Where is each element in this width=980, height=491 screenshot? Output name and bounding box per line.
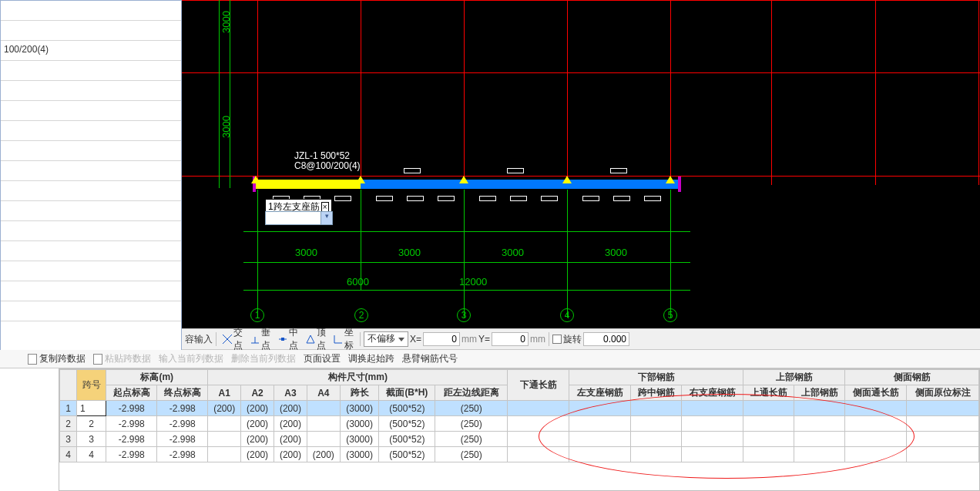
table-cell[interactable]: (200): [241, 447, 274, 462]
table-cell[interactable]: [907, 447, 979, 462]
table-cell[interactable]: -2.998: [157, 432, 208, 447]
column-group-elevation[interactable]: 标高(m): [106, 370, 208, 385]
snap-intersection[interactable]: 交点: [220, 331, 246, 348]
column-header[interactable]: 截面(B*H): [379, 385, 435, 401]
table-cell[interactable]: [907, 401, 979, 416]
column-header[interactable]: 左支座钢筋: [569, 385, 631, 401]
swap-start-span-button[interactable]: 调换起始跨: [348, 352, 394, 365]
table-cell[interactable]: -2.998: [157, 416, 208, 432]
prop-row[interactable]: [1, 321, 181, 341]
table-cell[interactable]: -2.998: [157, 447, 208, 462]
column-group-upper[interactable]: 上部钢筋: [743, 370, 845, 385]
table-cell[interactable]: [907, 416, 979, 432]
rotate-input[interactable]: [583, 332, 629, 346]
prop-row[interactable]: [1, 241, 181, 261]
table-row[interactable]: 22-2.998-2.998(200)(200)(3000)(500*52)(2…: [60, 416, 979, 432]
column-header[interactable]: A1: [208, 385, 241, 401]
table-cell[interactable]: [569, 401, 631, 416]
beam-span-selected[interactable]: [256, 180, 361, 189]
table-cell[interactable]: [743, 416, 794, 432]
table-cell[interactable]: [208, 447, 241, 462]
table-cell[interactable]: [743, 401, 794, 416]
cantilever-code-button[interactable]: 悬臂钢筋代号: [402, 352, 458, 365]
prop-row[interactable]: 100/200(4): [1, 41, 181, 61]
table-cell[interactable]: [307, 432, 340, 447]
prop-row[interactable]: [1, 221, 181, 241]
table-cell[interactable]: 4: [60, 447, 77, 462]
column-header[interactable]: A2: [241, 385, 274, 401]
table-cell[interactable]: 3: [60, 432, 77, 447]
table-cell[interactable]: [743, 432, 794, 447]
table-cell[interactable]: (500*52): [379, 401, 435, 416]
table-cell[interactable]: [682, 432, 743, 447]
table-cell[interactable]: (250): [435, 447, 508, 462]
table-cell[interactable]: 2: [77, 416, 106, 432]
table-cell[interactable]: 3: [77, 432, 106, 447]
column-header[interactable]: 上部钢筋: [794, 385, 845, 401]
table-cell[interactable]: (3000): [340, 447, 379, 462]
table-cell[interactable]: (500*52): [379, 447, 435, 462]
column-header-top-through[interactable]: 下通长筋: [508, 370, 569, 401]
table-cell[interactable]: (200): [307, 447, 340, 462]
table-cell[interactable]: (3000): [340, 416, 379, 432]
column-header[interactable]: A3: [274, 385, 307, 401]
prop-row[interactable]: [1, 141, 181, 161]
table-cell[interactable]: [631, 432, 682, 447]
prop-row[interactable]: [1, 81, 181, 101]
rotate-checkbox[interactable]: [552, 335, 562, 344]
table-cell[interactable]: (200): [274, 401, 307, 416]
snap-perpendicular[interactable]: 垂点: [247, 331, 274, 348]
prop-row[interactable]: [1, 101, 181, 121]
prop-row[interactable]: [1, 181, 181, 201]
column-header[interactable]: 起点标高: [106, 385, 157, 401]
table-cell[interactable]: (250): [435, 401, 508, 416]
table-cell[interactable]: [682, 447, 743, 462]
table-row[interactable]: 33-2.998-2.998(200)(200)(3000)(500*52)(2…: [60, 432, 979, 447]
table-cell[interactable]: 1: [60, 401, 77, 416]
table-cell[interactable]: -2.998: [106, 401, 157, 416]
table-cell[interactable]: [794, 416, 845, 432]
table-cell[interactable]: [794, 401, 845, 416]
table-cell[interactable]: [682, 401, 743, 416]
table-cell[interactable]: [508, 447, 569, 462]
prop-row[interactable]: [1, 261, 181, 281]
column-header[interactable]: 侧面原位标注: [907, 385, 979, 401]
prop-row[interactable]: [1, 21, 181, 41]
prop-row[interactable]: [1, 281, 181, 301]
table-cell[interactable]: [307, 401, 340, 416]
table-cell[interactable]: -2.998: [157, 401, 208, 416]
column-group-size[interactable]: 构件尺寸(mm): [208, 370, 508, 385]
column-header[interactable]: 距左边线距离: [435, 385, 508, 401]
column-header[interactable]: 跨长: [340, 385, 379, 401]
copy-span-button[interactable]: 复制跨数据: [28, 352, 86, 365]
column-group-side[interactable]: 侧面钢筋: [845, 370, 979, 385]
span-input-combo[interactable]: ▾: [265, 211, 333, 225]
column-header[interactable]: 终点标高: [157, 385, 208, 401]
table-cell[interactable]: [307, 416, 340, 432]
prop-row[interactable]: [1, 1, 181, 21]
y-input[interactable]: [492, 332, 529, 346]
prop-row[interactable]: [1, 121, 181, 141]
table-cell[interactable]: [845, 447, 907, 462]
column-header[interactable]: 跨中钢筋: [631, 385, 682, 401]
table-cell[interactable]: [743, 447, 794, 462]
column-group-bottom[interactable]: 下部钢筋: [569, 370, 743, 385]
table-cell[interactable]: [631, 416, 682, 432]
table-cell[interactable]: 1: [77, 401, 106, 416]
column-header[interactable]: A4: [307, 385, 340, 401]
table-cell[interactable]: [907, 432, 979, 447]
prop-row[interactable]: [1, 61, 181, 81]
table-cell[interactable]: (200): [241, 416, 274, 432]
prop-row[interactable]: [1, 301, 181, 321]
beam-span[interactable]: [361, 180, 678, 189]
table-cell[interactable]: [631, 401, 682, 416]
table-cell[interactable]: (3000): [340, 432, 379, 447]
table-cell[interactable]: [208, 416, 241, 432]
table-cell[interactable]: [508, 416, 569, 432]
table-cell[interactable]: (200): [274, 447, 307, 462]
chevron-down-icon[interactable]: ▾: [321, 212, 332, 224]
table-cell[interactable]: (250): [435, 432, 508, 447]
table-cell[interactable]: [682, 416, 743, 432]
table-row[interactable]: 44-2.998-2.998(200)(200)(200)(3000)(500*…: [60, 447, 979, 462]
table-cell[interactable]: 2: [60, 416, 77, 432]
